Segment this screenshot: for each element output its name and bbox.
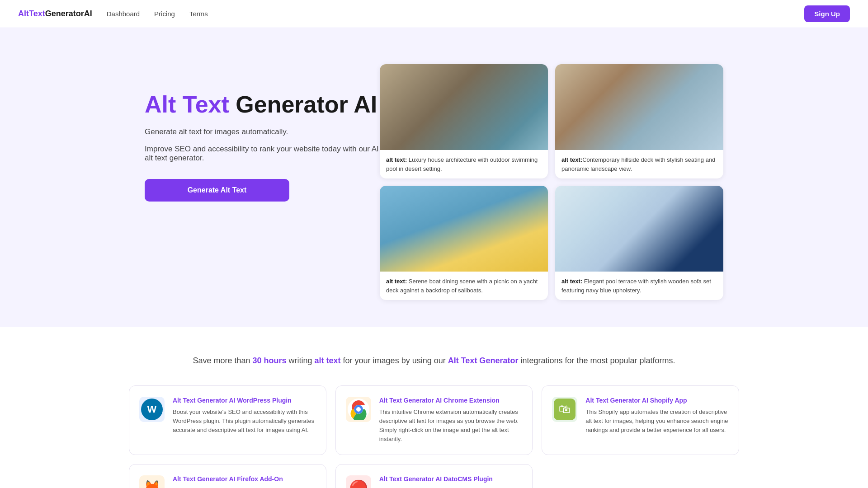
wordpress-body: Alt Text Generator AI WordPress Plugin B… <box>173 397 316 435</box>
chrome-body: Alt Text Generator AI Chrome Extension T… <box>379 397 523 444</box>
shopify-title: Alt Text Generator AI Shopify App <box>585 397 729 404</box>
image-pool <box>555 186 723 272</box>
image-card-1: alt text: Luxury house architecture with… <box>380 64 548 178</box>
chrome-title: Alt Text Generator AI Chrome Extension <box>379 397 523 404</box>
wordpress-title: Alt Text Generator AI WordPress Plugin <box>173 397 316 404</box>
chrome-desc: This intuitive Chrome extension automati… <box>379 408 523 444</box>
image-caption-4: alt text: Elegant pool terrace with styl… <box>555 272 723 300</box>
hero-section: Alt Text Generator AI Generate alt text … <box>0 28 868 327</box>
nav-link-terms[interactable]: Terms <box>189 10 208 18</box>
caption-text-4: Elegant pool terrace with stylish wooden… <box>561 278 711 294</box>
headline-after: integrations for the most popular platfo… <box>518 356 675 365</box>
image-house2 <box>555 64 723 150</box>
chrome-icon <box>346 397 371 422</box>
integrations-headline: Save more than 30 hours writing alt text… <box>18 354 850 367</box>
integration-card-shopify[interactable]: 🛍 Alt Text Generator AI Shopify App This… <box>542 385 739 455</box>
svg-point-3 <box>356 407 361 412</box>
caption-text-2: Contemporary hillside deck with stylish … <box>561 156 715 172</box>
shopify-desc: This Shopify app automates the creation … <box>585 408 729 435</box>
hero-container: Alt Text Generator AI Generate alt text … <box>118 28 750 327</box>
image-card-3: alt text: Serene boat dining scene with … <box>380 186 548 300</box>
image-card-2: alt text:Contemporary hillside deck with… <box>555 64 723 178</box>
hero-title: Alt Text Generator AI <box>145 91 380 118</box>
datocms-body: Alt Text Generator AI DatoCMS Plugin Exp… <box>379 475 523 488</box>
datocms-title: Alt Text Generator AI DatoCMS Plugin <box>379 475 523 483</box>
headline-alt: alt text <box>315 356 341 365</box>
headline-mid1: writing <box>287 356 315 365</box>
hero-subtitle1: Generate alt text for images automatical… <box>145 127 380 136</box>
caption-label-3: alt text: <box>386 278 407 285</box>
integration-card-chrome[interactable]: Alt Text Generator AI Chrome Extension T… <box>335 385 533 455</box>
firefox-body: Alt Text Generator AI Firefox Add-On Try… <box>173 475 316 488</box>
hero-left: Alt Text Generator AI Generate alt text … <box>145 64 380 202</box>
firefox-desc: Try our innovative Firefox Add-On to cre… <box>173 486 316 488</box>
shopify-icon: 🛍 <box>552 397 577 422</box>
nav-link-pricing[interactable]: Pricing <box>154 10 175 18</box>
image-caption-3: alt text: Serene boat dining scene with … <box>380 272 548 300</box>
integrations-grid: W Alt Text Generator AI WordPress Plugin… <box>129 385 739 488</box>
caption-text-3: Serene boat dining scene with a picnic o… <box>386 278 538 294</box>
image-boat <box>380 186 548 272</box>
caption-label-2: alt text: <box>561 156 582 163</box>
logo-bold-text: GeneratorAI <box>45 9 92 18</box>
headline-before: Save more than <box>193 356 252 365</box>
image-card-4: alt text: Elegant pool terrace with styl… <box>555 186 723 300</box>
chrome-svg-logo <box>348 399 369 420</box>
image-house1 <box>380 64 548 150</box>
logo-alt-text: AltText <box>18 9 45 18</box>
integration-card-firefox[interactable]: 🦊 Alt Text Generator AI Firefox Add-On T… <box>129 464 326 488</box>
caption-text-1: Luxury house architecture with outdoor s… <box>386 156 538 172</box>
caption-label-1: alt text: <box>386 156 407 163</box>
hero-subtitle2: Improve SEO and accessibility to rank yo… <box>145 145 380 163</box>
hero-title-rest: Generator AI <box>229 91 377 117</box>
integration-card-datocms[interactable]: 🔴 Alt Text Generator AI DatoCMS Plugin E… <box>335 464 533 488</box>
integration-card-wordpress[interactable]: W Alt Text Generator AI WordPress Plugin… <box>129 385 326 455</box>
generate-alt-text-button[interactable]: Generate Alt Text <box>145 179 289 202</box>
integrations-section: Save more than 30 hours writing alt text… <box>0 327 868 488</box>
caption-label-4: alt text: <box>561 278 582 285</box>
firefox-icon: 🦊 <box>139 475 165 488</box>
headline-hours: 30 hours <box>253 356 287 365</box>
datocms-desc: Explore the DatoCMS ecosystem and integr… <box>379 486 523 488</box>
headline-generator: Alt Text Generator <box>448 356 519 365</box>
hero-title-alt: Alt Text <box>145 91 229 117</box>
navbar: AltTextGeneratorAI Dashboard Pricing Ter… <box>0 0 868 28</box>
shopify-body: Alt Text Generator AI Shopify App This S… <box>585 397 729 435</box>
headline-mid2: for your images by using our <box>341 356 448 365</box>
nav-left: AltTextGeneratorAI Dashboard Pricing Ter… <box>18 9 208 19</box>
nav-link-dashboard[interactable]: Dashboard <box>107 10 140 18</box>
signup-button[interactable]: Sign Up <box>804 5 850 22</box>
logo[interactable]: AltTextGeneratorAI <box>18 9 92 19</box>
datocms-icon: 🔴 <box>346 475 371 488</box>
firefox-title: Alt Text Generator AI Firefox Add-On <box>173 475 316 483</box>
image-caption-1: alt text: Luxury house architecture with… <box>380 150 548 178</box>
wordpress-icon: W <box>139 397 165 422</box>
hero-image-grid: alt text: Luxury house architecture with… <box>380 64 723 300</box>
wp-logo: W <box>141 399 163 420</box>
wordpress-desc: Boost your website's SEO and accessibili… <box>173 408 316 435</box>
shopify-logo: 🛍 <box>554 399 576 420</box>
image-caption-2: alt text:Contemporary hillside deck with… <box>555 150 723 178</box>
